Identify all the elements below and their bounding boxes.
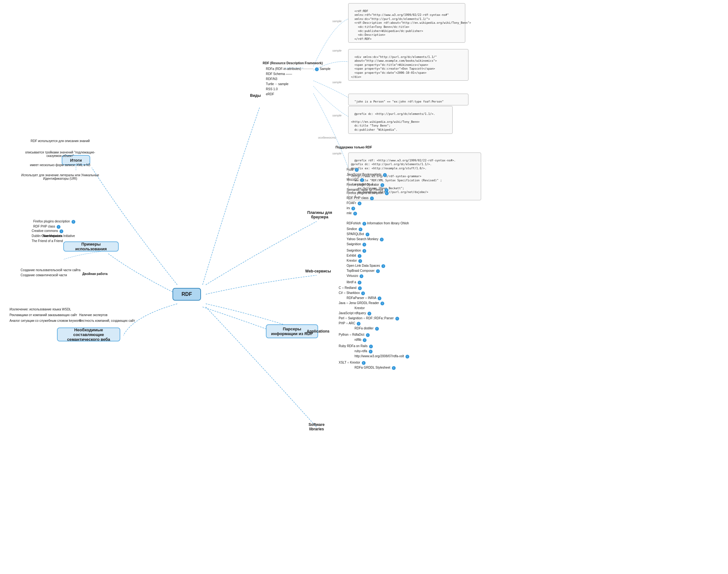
web-swignition1: Swignition i [347,242,366,246]
inria-icon[interactable]: i [377,296,381,300]
sharkbox-icon[interactable]: i [361,291,365,295]
section-primery: Примеры использования [63,241,119,252]
librdf-icon[interactable]: i [358,281,361,284]
app-topbraid: TopBraid Composer i [347,269,380,273]
app-virtuozo: Virtuozo i [347,274,363,278]
section-vidy: Виды [250,93,261,98]
vidy-erdf: eRDF [266,92,274,96]
javascript-bookmarklets: JavaScript Bookmarklets i [347,173,387,177]
arc-icon[interactable]: i [357,322,361,326]
ns-friend-of-friend: The Friend of a Friend [32,239,63,243]
lib-java-label: Java ○ Jena GRDDL Reader i [339,301,384,305]
ff-plugins: Firefox plugins description i [33,219,75,224]
xslt-krextor-icon[interactable]: i [362,361,366,365]
sample-label-3: sample [332,81,341,84]
особенности-label: особенности [318,136,336,139]
sparqlbot-icon[interactable]: i [366,233,369,236]
code-box-2: <div xmlns:dc="http://purl.org/dc/elemen… [348,49,469,81]
rdfa-xslt-icon[interactable]: i [405,355,409,359]
app-krextor1: Krextor i [347,259,362,263]
semantic-radar-icon[interactable]: i [385,188,389,192]
section-web-servisy: Web-сервисы [304,269,332,274]
jena-icon[interactable]: i [380,301,384,305]
rdfa-distiller-icon[interactable]: i [375,327,379,331]
rdfohloh-icon[interactable]: i [362,222,366,226]
vidy-rdfn3: RDF/N3 [266,77,277,81]
virtuozo-icon[interactable]: i [360,274,363,278]
ruby-rdfa-icon[interactable]: i [369,350,372,354]
lib-java-rdfa: RDFaParser ○ INRIA i [347,296,381,300]
rdfa-rails-icon[interactable]: i [369,344,373,348]
dvojnaya-2: Создание семантической части [21,274,67,277]
app-swignition2: Swignition i [347,249,366,253]
lib-rdfa-grddl: RDFa GRDDL Stylesheet i [355,366,396,370]
rdf-php-icon[interactable]: i [57,225,60,229]
rdfquery-icon[interactable]: i [367,312,371,316]
creative-commons-icon[interactable]: i [59,230,63,233]
rdflib-icon[interactable]: i [363,338,367,342]
code-box-4: @prefix dc: <http://purl.org/dc/elements… [348,106,453,134]
lib-perl-label: Perl ○ Swignition ○ RDF::RDFa::Parser i [339,317,399,321]
exhibit-icon[interactable]: i [358,254,361,258]
ff-plugins-icon[interactable]: i [72,220,75,224]
lib-python-label: Python ○ RdfaDict i [339,333,370,337]
neob-reklamshiki: Рекламщики от компаний заказывающих сайт [9,313,77,317]
section-applications: Applications [304,329,332,333]
rdf-php: RDF PHP class i [347,196,374,200]
rdf-php2-icon[interactable]: i [370,197,374,200]
plug-irs: irs i [347,206,355,210]
ns-creative-commons: Creative commons i [32,229,63,233]
lib-csharp-label: C# ○ Sharkbox i [339,291,365,295]
lib-php-rdfa-distiller: RDFa distiller i [355,327,379,331]
krextor1-icon[interactable]: i [358,259,362,263]
rfadict-icon[interactable]: i [366,333,370,337]
openlink-icon[interactable]: i [381,264,385,268]
mozzcc-icon[interactable]: i [360,178,364,182]
redland-icon[interactable]: i [358,286,362,290]
vidy-rdf-main: RDF (Resource Description Framework) [263,62,323,65]
itogi-4: Использует для значение литералы или Уни… [19,173,101,180]
section-neobkhodimye: Необходимые составляющие семантического … [57,328,120,341]
lib-python-rdflib: rdflib i [355,338,367,342]
itogi-1: RDF используется для описания знаний [25,139,95,143]
section-software-libraries: Softwarelibraries [302,422,331,431]
fuzz-icon[interactable]: i [355,168,359,172]
section-plaginy: Плагины длябраузера [304,210,335,219]
sample-label-2: sample [332,49,341,52]
lib-php-label: PHP ○ ARC i [339,322,361,326]
grddl-icon[interactable]: i [392,366,396,370]
web-sparqlbot: SPARQLBot i [347,232,369,236]
js-bookmarklets-icon[interactable]: i [383,173,387,177]
plug-foafr: FOAFr i [347,201,361,205]
code-box-1: <rdf:RDF xmlns:rdf="http://www.w3.org/19… [348,3,465,43]
app-openlink: Open Link Data Spaces i [347,264,385,268]
rdfa-parser-icon[interactable]: i [395,317,399,321]
vidy-rdf-schema: RDF Schema —— [266,72,292,76]
lib-js-label: JavaScript rdfquery i [339,312,371,316]
podderzhka-rdf: Поддержка только RDF [335,146,372,149]
mle-icon[interactable]: i [353,212,357,215]
sample-label-1: sample [332,19,341,23]
neob-chestnost: Честность компаний, создающих сайт [79,319,135,322]
lib-c-label: C ○ Redland i [339,286,362,290]
sindice-icon[interactable]: i [359,228,362,231]
swignition1-icon[interactable]: i [362,243,366,246]
ns-dublin-core: Dublin Core Metadata Initiative [32,234,75,238]
foafr-icon[interactable]: i [358,202,361,205]
itogi-2: описывается тройками значений "подлежащи… [19,151,101,158]
web-yahoo-search-monkey: Yahoo Search Monkey i [347,237,383,241]
swignition2-icon[interactable]: i [362,249,366,253]
sample-label-4: sample [332,114,341,117]
yahoo-icon[interactable]: i [380,238,383,241]
rdfa-info-icon[interactable]: i [315,68,319,71]
vidy-rdfa: RDFa (RDF-in-attributes) ············· i… [266,67,330,71]
topbraid-icon[interactable]: i [376,269,380,273]
vidy-rss: RSS 1.0 [266,87,278,91]
itogi-3: имеет несколько форм записи: XML и N3 [25,163,95,167]
web-rdfohloh: RDFohloh i Information from library Ohlo… [347,221,409,226]
center-label: RDF [182,291,192,297]
ff-operator-icon[interactable]: i [380,183,384,187]
firefox-plugin-operator: Firefox plugin Operator i [347,183,384,187]
semantic-radar: Semantic radar for Firefox i [347,188,389,192]
irs-icon[interactable]: i [351,207,355,210]
